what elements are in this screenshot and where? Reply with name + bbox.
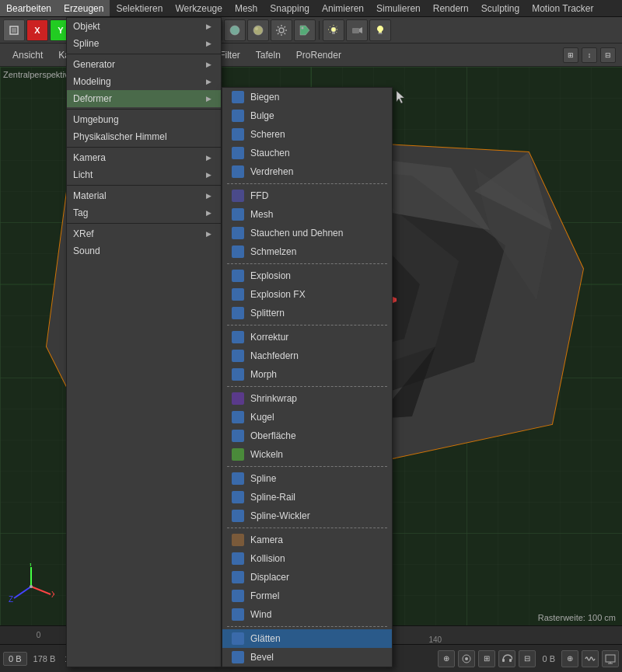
deformer-glatten[interactable]: Glätten xyxy=(222,629,392,648)
deformer-submenu: Biegen Bulge Scheren Stauchen Verdrehen … xyxy=(222,87,393,667)
spline-wickler-icon xyxy=(232,510,244,522)
shrinkwrap-icon xyxy=(232,392,244,405)
axis-x-btn[interactable]: X xyxy=(26,19,48,41)
deformer-wickeln[interactable]: Wickeln xyxy=(222,445,392,464)
deformer-scheren[interactable]: Scheren xyxy=(222,125,392,144)
deformer-displacer[interactable]: Displacer xyxy=(222,568,392,587)
objekt-arrow: ▶ xyxy=(206,23,211,30)
menu-snapping[interactable]: Snapping xyxy=(264,0,316,16)
menu-item-deformer[interactable]: Deformer ▶ xyxy=(67,90,221,107)
deformer-morph[interactable]: Morph xyxy=(222,365,392,384)
menu-item-umgebung[interactable]: Umgebung xyxy=(67,111,221,128)
deformer-explosion[interactable]: Explosion xyxy=(222,266,392,285)
menu-item-tag[interactable]: Tag ▶ xyxy=(67,204,221,221)
menu-bearbeiten[interactable]: Bearbeiten xyxy=(0,0,58,16)
svg-line-54 xyxy=(14,587,31,598)
settings-icon-6[interactable]: ⊕ xyxy=(561,650,578,667)
menu-sep-1 xyxy=(67,54,221,54)
deformer-shrinkwrap[interactable]: Shrinkwrap xyxy=(222,389,392,408)
mode-model-btn[interactable] xyxy=(3,19,25,41)
menu-item-material[interactable]: Material ▶ xyxy=(67,187,221,204)
menu-item-licht[interactable]: Licht ▶ xyxy=(67,166,221,183)
schmelzen-icon xyxy=(232,245,244,258)
menu-motion-tracker[interactable]: Motion Tracker xyxy=(526,0,599,16)
menu-selektieren[interactable]: Selektieren xyxy=(110,0,169,16)
deformer-verdrehen[interactable]: Verdrehen xyxy=(222,162,392,181)
menu-animieren[interactable]: Animieren xyxy=(316,0,370,16)
settings-icon-4[interactable] xyxy=(498,650,515,667)
menu-item-objekt[interactable]: Objekt ▶ xyxy=(67,18,221,35)
displacer-icon xyxy=(232,571,244,583)
erzeugen-menu: Objekt ▶ Spline ▶ Generator ▶ Modeling ▶… xyxy=(66,17,222,667)
settings-icon-1[interactable]: ⊕ xyxy=(438,650,455,667)
deformer-mesh[interactable]: Mesh xyxy=(222,205,392,224)
settings-icon-2[interactable] xyxy=(458,650,475,667)
viewport-icon-2[interactable]: ↕ xyxy=(582,47,597,63)
spline-rail-icon xyxy=(232,491,244,503)
deformer-kollision[interactable]: Kollision xyxy=(222,549,392,568)
deformer-schmelzen[interactable]: Schmelzen xyxy=(222,242,392,261)
menu-item-kamera[interactable]: Kamera ▶ xyxy=(67,149,221,166)
settings-icon-5[interactable]: ⊟ xyxy=(519,650,536,667)
bulge-icon xyxy=(232,110,244,122)
deformer-kamera-def[interactable]: Kamera xyxy=(222,531,392,549)
menu-rendern[interactable]: Rendern xyxy=(427,0,475,16)
deformer-korrektur[interactable]: Korrektur xyxy=(222,328,392,346)
memory-info-1: 178 B xyxy=(30,654,59,663)
menu-item-modeling[interactable]: Modeling ▶ xyxy=(67,73,221,90)
viewport-ansicht[interactable]: Ansicht xyxy=(6,48,49,62)
generator-arrow: ▶ xyxy=(206,61,211,68)
ffd-icon xyxy=(232,190,244,202)
menu-werkzeuge[interactable]: Werkzeuge xyxy=(169,0,228,16)
menu-sep-5 xyxy=(67,223,221,224)
deformer-formel[interactable]: Formel xyxy=(222,587,392,605)
deformer-stauchen[interactable]: Stauchen xyxy=(222,144,392,162)
menu-erzeugen[interactable]: Erzeugen xyxy=(58,0,110,16)
deformer-ffd[interactable]: FFD xyxy=(222,186,392,205)
settings-icon-3[interactable]: ⊞ xyxy=(478,650,495,667)
svg-marker-57 xyxy=(397,91,404,103)
viewport-perspective-label: Zentralperspektive xyxy=(3,70,74,79)
menu-item-generator[interactable]: Generator ▶ xyxy=(67,56,221,73)
deformer-biegen[interactable]: Biegen xyxy=(222,88,392,106)
menu-mesh[interactable]: Mesh xyxy=(229,0,264,16)
sub-sep-1 xyxy=(227,183,387,184)
axis-indicator: X Y Z xyxy=(8,563,54,610)
deformer-oberflache[interactable]: Oberfläche xyxy=(222,427,392,445)
menu-item-sound[interactable]: Sound xyxy=(67,242,221,259)
menu-sculpting[interactable]: Sculpting xyxy=(475,0,526,16)
deformer-stauchenundehnen[interactable]: Stauchen und Dehnen xyxy=(222,224,392,242)
menu-item-physhimmel[interactable]: Physikalischer Himmel xyxy=(67,128,221,145)
sub-sep-7 xyxy=(227,626,387,627)
screen-icon xyxy=(605,653,616,664)
scheren-icon xyxy=(232,128,244,141)
deformer-explosionfx[interactable]: Explosion FX xyxy=(222,285,392,304)
settings-icon-8[interactable] xyxy=(602,650,619,667)
bevel-icon xyxy=(232,651,244,663)
deformer-nachfedern[interactable]: Nachfedern xyxy=(222,346,392,365)
headphone-icon xyxy=(501,653,512,664)
viewport-icon-3[interactable]: ⊟ xyxy=(600,47,616,63)
deformer-spline-wickler[interactable]: Spline-Wickler xyxy=(222,507,392,525)
deformer-kugel[interactable]: Kugel xyxy=(222,408,392,427)
morph-icon xyxy=(232,368,244,381)
deformer-spline[interactable]: Spline xyxy=(222,469,392,488)
deformer-splittern[interactable]: Splittern xyxy=(222,304,392,322)
stauchen-icon xyxy=(232,147,244,159)
spline-def-icon xyxy=(232,472,244,485)
menu-item-spline[interactable]: Spline ▶ xyxy=(67,35,221,52)
stauchen-dehnen-icon xyxy=(232,227,244,239)
nachfedern-icon xyxy=(232,350,244,362)
deformer-bulge[interactable]: Bulge xyxy=(222,106,392,125)
viewport-icon-1[interactable]: ⊞ xyxy=(563,47,578,63)
dropdown-menu-overlay: Objekt ▶ Spline ▶ Generator ▶ Modeling ▶… xyxy=(66,17,393,667)
deformer-wind[interactable]: Wind xyxy=(222,605,392,624)
menu-item-xref[interactable]: XRef ▶ xyxy=(67,225,221,242)
frame-position[interactable]: 0 B xyxy=(3,652,27,666)
menubar: Bearbeiten Erzeugen Selektieren Werkzeug… xyxy=(0,0,622,17)
svg-line-50 xyxy=(31,587,51,594)
menu-simulieren[interactable]: Simulieren xyxy=(370,0,427,16)
settings-icon-7[interactable] xyxy=(582,650,599,667)
deformer-bevel[interactable]: Bevel xyxy=(222,648,392,667)
deformer-spline-rail[interactable]: Spline-Rail xyxy=(222,488,392,507)
